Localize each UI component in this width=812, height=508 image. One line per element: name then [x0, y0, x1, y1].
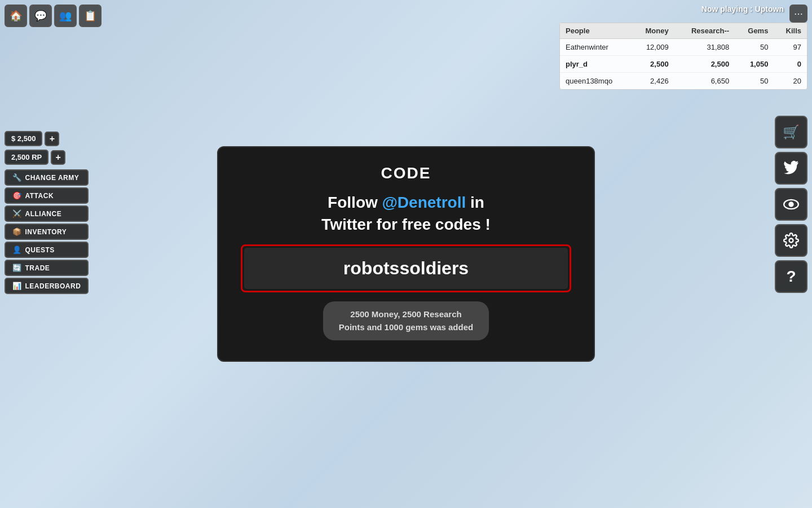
follow-text-3: Twitter for free codes ! — [321, 216, 491, 233]
code-input-container[interactable] — [241, 244, 571, 292]
code-input[interactable] — [244, 248, 568, 289]
modal-title: CODE — [381, 164, 431, 182]
twitter-handle: @Denetroll — [382, 194, 466, 211]
code-modal: CODE Follow @Denetroll in Twitter for fr… — [217, 146, 595, 362]
modal-follow-text: Follow @Denetroll in Twitter for free co… — [321, 191, 491, 235]
follow-text-2: in — [466, 194, 484, 211]
follow-text-1: Follow — [328, 194, 382, 211]
modal-overlay: CODE Follow @Denetroll in Twitter for fr… — [0, 0, 812, 508]
success-message: 2500 Money, 2500 ResearchPoints and 1000… — [323, 301, 489, 340]
